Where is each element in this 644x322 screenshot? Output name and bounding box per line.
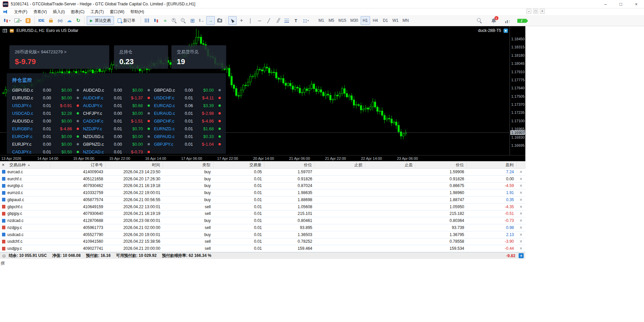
timeframe-h1-button[interactable]: H1 bbox=[361, 16, 370, 25]
close-button[interactable]: × bbox=[629, 0, 644, 8]
position-row-eurcad[interactable]: eurcad.c4140090432026.04.23 14:23:50buy0… bbox=[0, 169, 525, 176]
bell-icon: 1 bbox=[491, 18, 496, 23]
column-header-3[interactable]: 类型 bbox=[163, 162, 213, 168]
vertical-line-tool-button[interactable]: │ bbox=[246, 16, 255, 25]
timeframe-m15-button[interactable]: M15 bbox=[337, 16, 348, 25]
close-position-button[interactable]: × bbox=[520, 170, 522, 174]
chart-shift-button[interactable]: ‖→ bbox=[197, 16, 206, 25]
column-header-1[interactable]: 订单号 bbox=[50, 162, 106, 168]
toolbox-close-button[interactable]: × bbox=[2, 163, 7, 167]
announcement-icon[interactable] bbox=[3, 10, 8, 14]
position-row-eurnzd[interactable]: eurnzd.c4103327592026.04.22 19:00:01buy0… bbox=[0, 189, 525, 196]
timeframe-w1-button[interactable]: W1 bbox=[391, 16, 400, 25]
menu-item-3[interactable]: 插入(I) bbox=[50, 8, 68, 15]
signal-button[interactable]: (o) bbox=[56, 16, 64, 25]
column-header-9[interactable]: 盈利 bbox=[467, 162, 517, 168]
menu-item-7[interactable]: 帮助(H) bbox=[127, 8, 147, 15]
text-tool-button[interactable]: T bbox=[292, 16, 300, 25]
timeframe-h4-button[interactable]: H4 bbox=[371, 16, 380, 25]
minimize-button[interactable]: – bbox=[598, 0, 613, 8]
tile-windows-button[interactable]: ⊞ bbox=[188, 16, 197, 25]
lock-button[interactable] bbox=[47, 16, 55, 25]
close-position-button[interactable]: × bbox=[520, 190, 522, 195]
close-position-button[interactable]: × bbox=[520, 239, 522, 244]
symbol-properties-button[interactable]: $ bbox=[24, 16, 32, 25]
timeframe-d1-button[interactable]: D1 bbox=[381, 16, 390, 25]
position-row-usdcad[interactable]: usdcad.c4055277902026.04.20 19:00:01buy0… bbox=[0, 231, 525, 238]
position-row-eurchf[interactable]: eurchf.c4051216582026.04.20 17:26:30buy0… bbox=[0, 176, 525, 183]
mdi-restore-button[interactable]: □ bbox=[533, 9, 538, 14]
search-button[interactable] bbox=[475, 16, 484, 25]
close-position-button[interactable]: × bbox=[520, 197, 522, 202]
new-order-button[interactable]: 新订单 bbox=[115, 16, 138, 25]
position-row-gbpjpy[interactable]: gbpjpy.c4079306402026.04.21 16:19:19sell… bbox=[0, 211, 525, 218]
chart-profile-dropdown[interactable]: ▾ bbox=[13, 16, 23, 25]
close-position-button[interactable]: × bbox=[520, 177, 522, 181]
position-row-gbpaud[interactable]: gbpaud.c4058775742026.04.21 00:56:55buy0… bbox=[0, 196, 525, 203]
column-header-6[interactable]: 止损 bbox=[315, 162, 365, 168]
market-stats-button[interactable]: ↑ bbox=[504, 16, 512, 25]
side-panel-tab[interactable]: 撰 bbox=[0, 260, 5, 267]
maximize-button[interactable]: □ bbox=[613, 0, 629, 8]
menu-item-6[interactable]: 窗口(W) bbox=[107, 8, 127, 15]
close-position-button[interactable]: × bbox=[520, 218, 522, 223]
close-position-button[interactable]: × bbox=[520, 246, 522, 251]
menu-item-2[interactable]: 查看(V) bbox=[30, 8, 50, 15]
mdi-close-button[interactable]: × bbox=[540, 9, 545, 14]
close-position-button[interactable]: × bbox=[520, 204, 522, 209]
quick-panel-icon[interactable] bbox=[10, 29, 14, 33]
column-header-5[interactable]: 价位 bbox=[265, 162, 315, 168]
fibonacci-tool-button[interactable] bbox=[283, 16, 291, 25]
monitor-row-eurgbp: EURGBP.c0.01$-4.86 bbox=[12, 125, 79, 133]
menu-item-1[interactable]: 文件(F) bbox=[11, 8, 30, 15]
timeframe-mn-button[interactable]: MN bbox=[401, 16, 411, 25]
collapse-status-icon[interactable]: ⊖ bbox=[2, 253, 6, 259]
close-position-button[interactable]: × bbox=[520, 211, 522, 216]
chart-bars-button[interactable] bbox=[143, 16, 151, 25]
screenshot-button[interactable] bbox=[215, 16, 224, 25]
chart-grid-icon[interactable] bbox=[3, 29, 7, 33]
chart-line-button[interactable]: ≈ bbox=[161, 16, 169, 25]
auto-scroll-button[interactable]: → bbox=[206, 16, 215, 25]
position-row-gbpchf[interactable]: gbpchf.c4106491592026.04.22 13:00:01sell… bbox=[0, 203, 525, 211]
notifications-button[interactable]: 1 bbox=[489, 16, 498, 25]
position-row-nzdcad[interactable]: nzdcad.c4128706882026.04.23 08:00:01buy0… bbox=[0, 217, 525, 224]
zoom-out-button[interactable]: − bbox=[179, 16, 188, 25]
channel-tool-button[interactable]: ╱╱ bbox=[274, 16, 282, 25]
refresh-button[interactable]: ↻ bbox=[74, 16, 82, 25]
cursor-tool-button[interactable] bbox=[228, 16, 237, 25]
brand-icon[interactable] bbox=[504, 29, 508, 33]
timeframe-m5-button[interactable]: M5 bbox=[327, 16, 336, 25]
timeframe-m30-button[interactable]: M30 bbox=[349, 16, 360, 25]
timeframe-m1-button[interactable]: M1 bbox=[317, 16, 326, 25]
expand-status-button[interactable]: + bbox=[519, 253, 524, 258]
column-header-symbol[interactable]: 交易品种 bbox=[9, 162, 26, 168]
position-row-nzdjpy[interactable]: nzdjpy.c4059617732026.04.21 02:00:00sell… bbox=[0, 224, 525, 231]
column-header-7[interactable]: 止盈 bbox=[365, 162, 416, 168]
mdi-minimize-button[interactable]: – bbox=[526, 9, 531, 14]
menu-item-4[interactable]: 图表(C) bbox=[68, 8, 88, 15]
column-header-4[interactable]: 交易量 bbox=[213, 162, 265, 168]
chart-type-dropdown[interactable]: ▾ bbox=[2, 16, 12, 25]
zoom-in-button[interactable]: + bbox=[170, 16, 178, 25]
ide-button[interactable]: IDE bbox=[37, 16, 46, 25]
cloud-sync-button[interactable]: ☁ bbox=[65, 16, 73, 25]
price-axis[interactable]: 1.184501.183151.181801.180451.179101.177… bbox=[510, 26, 525, 155]
trendline-tool-button[interactable]: ╱ bbox=[265, 16, 273, 25]
close-position-button[interactable]: × bbox=[520, 232, 522, 237]
column-header-8[interactable]: 价位 bbox=[416, 162, 467, 168]
shapes-dropdown[interactable]: ▾ bbox=[301, 16, 311, 25]
position-row-usdchf[interactable]: usdchf.c4109415602026.04.22 15:38:56sell… bbox=[0, 238, 525, 245]
menu-item-5[interactable]: 工具(T) bbox=[87, 8, 107, 15]
chart-area[interactable]: EURUSD.c, H1: Euro vs US Dollar duck-28B… bbox=[0, 26, 525, 161]
chart-candles-button[interactable] bbox=[152, 16, 160, 25]
close-position-button[interactable]: × bbox=[520, 183, 522, 188]
close-position-button[interactable]: × bbox=[520, 225, 522, 230]
column-header-2[interactable]: 时间 bbox=[106, 162, 163, 168]
horizontal-line-tool-button[interactable]: ─ bbox=[255, 16, 264, 25]
crosshair-tool-button[interactable]: + bbox=[237, 16, 246, 25]
position-row-usdjpy[interactable]: usdjpy.c4090277412026.04.21 20:00:00sell… bbox=[0, 245, 525, 252]
time-axis[interactable]: 13 Apr 202614 Apr 14:0015 Apr 06:0015 Ap… bbox=[0, 155, 525, 161]
algo-trading-button[interactable]: ▶ 算法交易 bbox=[87, 16, 114, 25]
position-row-eurgbp[interactable]: eurgbp.c4079304622026.04.21 16:19:18buy0… bbox=[0, 183, 525, 190]
